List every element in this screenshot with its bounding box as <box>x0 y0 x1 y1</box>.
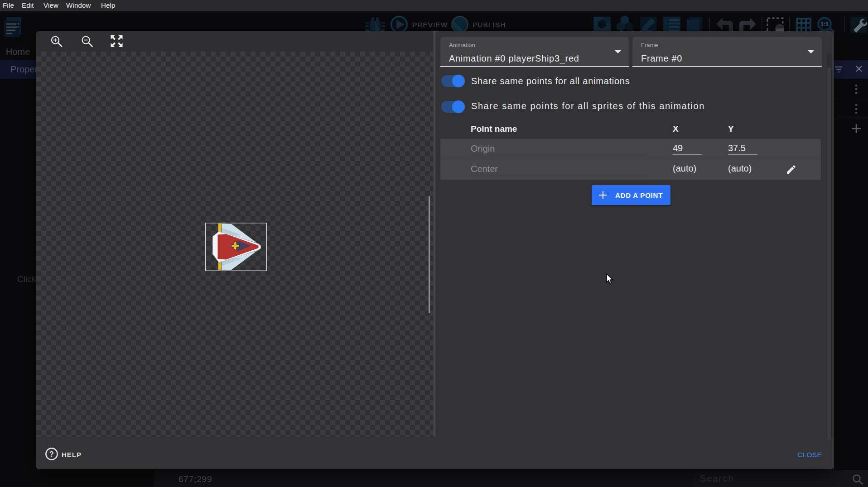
svg-text:?: ? <box>49 450 54 458</box>
svg-text:PREVIEW: PREVIEW <box>412 21 448 29</box>
svg-text:1:1: 1:1 <box>820 21 829 28</box>
svg-text:PUBLISH: PUBLISH <box>473 21 506 29</box>
